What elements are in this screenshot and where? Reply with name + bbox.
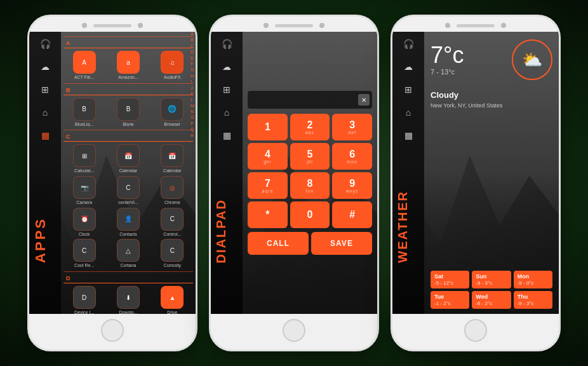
app-icon-coolre: C xyxy=(73,239,96,262)
day-name: Mon xyxy=(518,273,549,280)
section-d-grid: D Device I... ⬇ Downlo... ▲ Drive xyxy=(63,285,193,314)
list-item[interactable]: ⏰ Clock xyxy=(63,208,105,237)
dial-button-0[interactable]: 0 xyxy=(290,201,330,228)
phone-bottom-3 xyxy=(392,314,559,349)
weather-phone: 🎧 ☁ ⊞ ⌂ ▦ WEATHER 7°c 7 - 13°c ⛅ Cloudy … xyxy=(391,15,561,351)
dialpad-sidebar: 🎧 ☁ ⊞ ⌂ ▦ DIALPAD xyxy=(211,32,243,314)
list-item[interactable]: ♫ AudioFX xyxy=(152,51,193,80)
list-item[interactable]: ⊞ Calculat... xyxy=(63,144,105,173)
dial-button-2[interactable]: 2 abc xyxy=(290,114,330,140)
list-item[interactable]: ⬇ Downlo... xyxy=(107,286,149,314)
app-name: Chrome xyxy=(164,200,180,205)
list-item[interactable]: B BlueLig... xyxy=(63,98,105,127)
forecast-day-mon: Mon -9 - 0°c xyxy=(514,271,552,288)
list-item[interactable]: C Control... xyxy=(152,208,193,237)
list-item[interactable]: a Amazon... xyxy=(107,51,149,80)
dialpad-content: ✕ 1 2 abc 3 def 4 ghi xyxy=(243,32,377,314)
home-button-1[interactable] xyxy=(101,319,124,342)
app-icon-blynk: B xyxy=(117,98,140,121)
list-item[interactable]: C Cool Re... xyxy=(63,239,105,268)
save-button[interactable]: SAVE xyxy=(311,232,372,255)
app-name: Calculat... xyxy=(74,168,94,173)
app-name: Clock xyxy=(79,232,90,237)
list-item[interactable]: ▲ Drive xyxy=(152,286,193,314)
forecast-day-sun: Sun -9 - 3°c xyxy=(472,271,511,288)
dial-button-3[interactable]: 3 def xyxy=(332,114,372,140)
call-button[interactable]: CALL xyxy=(248,232,309,255)
speaker-1 xyxy=(93,24,131,27)
weather-screen: 🎧 ☁ ⊞ ⌂ ▦ WEATHER 7°c 7 - 13°c ⛅ Cloudy … xyxy=(392,32,559,314)
apps-grid-icon-2[interactable]: ⊞ xyxy=(220,83,234,97)
dial-button-1[interactable]: 1 xyxy=(248,114,288,140)
section-c-label: C xyxy=(63,132,193,142)
list-item[interactable]: ◎ Chrome xyxy=(152,176,193,205)
menu-icon-3[interactable]: ▦ xyxy=(401,128,415,142)
cloud-icon: ☁ xyxy=(38,60,52,74)
temperature-block: 7°c 7 - 13°c xyxy=(431,44,464,76)
apps-content: A A ACT Fib... a Amazon... ♫ AudioFX B xyxy=(61,32,196,314)
dial-button-8[interactable]: 8 tuv xyxy=(290,172,330,199)
list-item[interactable]: 📅 Calendar xyxy=(107,144,149,173)
dialpad-label: DIALPAD xyxy=(214,199,229,263)
camera-dot-5 xyxy=(445,23,450,28)
list-item[interactable]: 👤 Contacts xyxy=(107,208,149,237)
app-name: Browser xyxy=(164,122,180,127)
home-button-3[interactable] xyxy=(464,319,487,342)
forecast-day-sat: Sat -5 - 12°c xyxy=(431,271,469,288)
menu-icon-2[interactable]: ▦ xyxy=(220,128,234,142)
dial-button-6[interactable]: 6 mno xyxy=(332,143,372,170)
app-name: BlueLig... xyxy=(75,122,93,127)
app-icon-amazon: a xyxy=(117,51,140,74)
app-name: Camera xyxy=(76,200,92,205)
forecast-day-tue: Tue -1 - 2°c xyxy=(431,291,469,309)
list-item[interactable]: △ Cortana xyxy=(107,239,149,268)
home-icon-3[interactable]: ⌂ xyxy=(401,105,415,119)
weather-location: New York, NY, United States xyxy=(431,102,552,109)
dial-sub: abc xyxy=(305,130,314,135)
list-item[interactable]: A ACT Fib... xyxy=(63,51,105,80)
list-item[interactable]: B Blynk xyxy=(107,98,149,127)
home-button-2[interactable] xyxy=(283,319,305,342)
weather-condition: Cloudy xyxy=(431,90,552,100)
menu-icon-active[interactable]: ▦ xyxy=(38,128,52,142)
dial-button-7[interactable]: 7 pqrs xyxy=(248,172,288,199)
dial-button-star[interactable]: * xyxy=(248,201,288,228)
dial-number: * xyxy=(265,210,269,220)
apps-label: APPS xyxy=(32,217,49,263)
dial-button-5[interactable]: 5 jkl xyxy=(290,143,330,170)
list-item[interactable]: 📅 Calendar xyxy=(152,144,193,173)
app-name: Downlo... xyxy=(119,310,137,314)
temp-range: 7 - 13°c xyxy=(431,68,464,76)
cloud-icon-3: ☁ xyxy=(401,60,415,74)
apps-phone: 🎧 ☁ ⊞ ⌂ ▦ APPS A A ACT Fib... a Amazon..… xyxy=(27,15,197,351)
list-item[interactable]: D Device I... xyxy=(63,286,105,314)
dial-button-hash[interactable]: # xyxy=(332,201,372,228)
list-item[interactable]: C centerVi... xyxy=(107,176,149,205)
app-name: Calendar xyxy=(119,168,137,173)
app-icon-download: ⬇ xyxy=(117,286,140,309)
dial-button-4[interactable]: 4 ghi xyxy=(248,143,288,170)
list-item[interactable]: C Curiosity xyxy=(152,239,193,268)
app-name: Drive xyxy=(167,310,177,314)
weather-main: 7°c 7 - 13°c ⛅ xyxy=(431,37,552,83)
home-icon-2[interactable]: ⌂ xyxy=(220,105,234,119)
list-item[interactable]: 🌐 Browser xyxy=(152,98,193,127)
dial-button-9[interactable]: 9 wxyz xyxy=(332,172,372,199)
phone-bottom-1 xyxy=(29,314,196,349)
weekly-forecast: Sat -5 - 12°c Sun -9 - 3°c Mon -9 - 0°c … xyxy=(431,271,552,309)
camera-dot-3 xyxy=(264,23,269,28)
clear-button[interactable]: ✕ xyxy=(358,94,370,105)
apps-grid-icon-3[interactable]: ⊞ xyxy=(401,83,415,97)
section-line-d xyxy=(63,271,193,272)
app-name: AudioFX xyxy=(164,75,181,80)
apps-grid-icon[interactable]: ⊞ xyxy=(38,83,52,97)
app-icon-chrome: ◎ xyxy=(161,176,184,199)
list-item[interactable]: 📷 Camera xyxy=(63,176,105,205)
weather-spacer xyxy=(431,111,552,268)
dial-number: 4 xyxy=(265,149,271,159)
dial-number: 0 xyxy=(307,210,313,220)
app-name: Cortana xyxy=(121,263,137,268)
home-icon[interactable]: ⌂ xyxy=(38,105,52,119)
app-icon-calc: ⊞ xyxy=(73,144,96,167)
dial-number: 7 xyxy=(265,179,271,189)
